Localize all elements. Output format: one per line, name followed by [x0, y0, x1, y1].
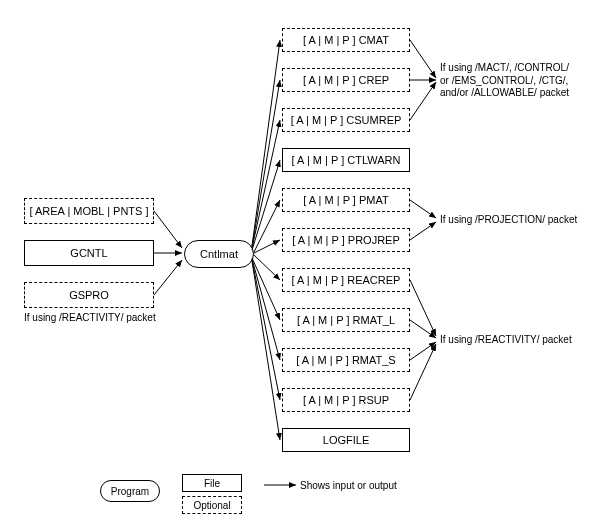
arrow-to-rmatl: [252, 258, 280, 320]
arrow-to-ctlwarn: [252, 160, 280, 250]
output-logfile: LOGFILE: [282, 428, 410, 452]
note-mact: If using /MACT/, /CONTROL/ or /EMS_CONTR…: [440, 62, 569, 100]
output-crep: [ A | M | P ] CREP: [282, 68, 410, 92]
arrow-to-rmats: [252, 259, 280, 360]
output-reacrep: [ A | M | P ] REACREP: [282, 268, 410, 292]
input-area-box: [ AREA | MOBL | PNTS ]: [24, 198, 154, 224]
diagram-canvas: [ AREA | MOBL | PNTS ] GCNTL GSPRO If us…: [0, 0, 594, 528]
arrow-gspro-to-program: [154, 260, 182, 295]
output-projrep: [ A | M | P ] PROJREP: [282, 228, 410, 252]
input-gspro-box: GSPRO: [24, 282, 154, 308]
arrow-rmats-note: [410, 342, 436, 360]
output-cmat: [ A | M | P ] CMAT: [282, 28, 410, 52]
legend-optional-swatch: Optional: [182, 496, 242, 514]
arrow-to-logfile: [252, 261, 280, 440]
arrow-cmat-note: [410, 40, 436, 78]
legend-program-swatch: Program: [100, 480, 160, 502]
arrow-to-rsup: [252, 260, 280, 400]
arrow-to-projrep: [254, 240, 280, 253]
arrow-projrep-note: [410, 222, 436, 240]
arrow-area-to-program: [154, 211, 182, 248]
arrow-rsup-note: [410, 344, 436, 400]
arrow-pmat-note: [410, 200, 436, 218]
output-ctlwarn: [ A | M | P ] CTLWARN: [282, 148, 410, 172]
arrow-to-crep: [252, 80, 280, 247]
output-rmat-l: [ A | M | P ] RMAT_L: [282, 308, 410, 332]
note-projection: If using /PROJECTION/ packet: [440, 214, 577, 227]
arrow-reacrep-note: [410, 280, 436, 336]
arrow-to-pmat: [254, 200, 280, 252]
output-rmat-s: [ A | M | P ] RMAT_S: [282, 348, 410, 372]
output-rsup: [ A | M | P ] RSUP: [282, 388, 410, 412]
input-reactivity-note: If using /REACTIVITY/ packet: [24, 312, 156, 325]
arrow-to-reacrep: [254, 255, 280, 280]
arrow-to-cmat: [252, 40, 280, 246]
arrow-to-csumrep: [252, 120, 280, 248]
legend-arrow-label: Shows input or output: [300, 480, 397, 493]
output-csumrep: [ A | M | P ] CSUMREP: [282, 108, 410, 132]
output-pmat: [ A | M | P ] PMAT: [282, 188, 410, 212]
legend-file-swatch: File: [182, 474, 242, 492]
arrow-rmatl-note: [410, 320, 436, 338]
program-cntlmat: Cntlmat: [184, 240, 254, 268]
note-reactivity: If using /REACTIVITY/ packet: [440, 334, 572, 347]
arrow-csumrep-note: [410, 82, 436, 120]
input-gcntl-box: GCNTL: [24, 240, 154, 266]
